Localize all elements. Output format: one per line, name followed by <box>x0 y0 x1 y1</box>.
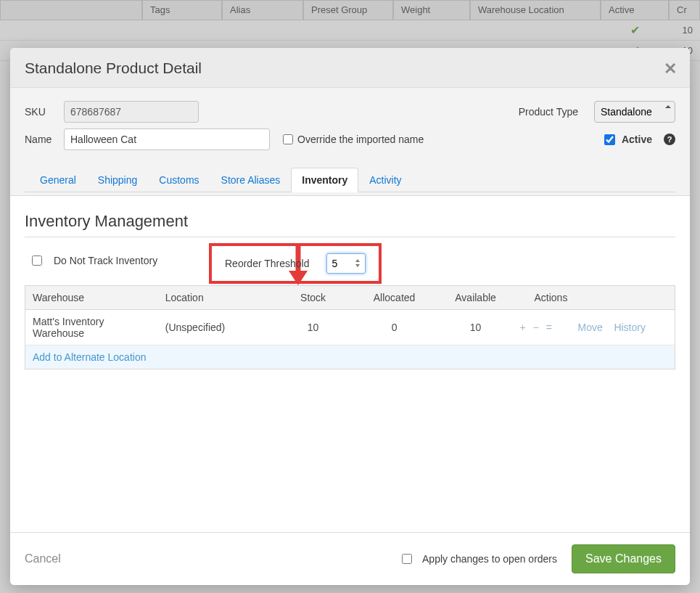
reorder-threshold-group: Reorder Threshold <box>209 243 382 284</box>
cell-warehouse: Matt's Inventory Warehouse <box>25 310 158 345</box>
equal-icon[interactable]: = <box>546 322 559 333</box>
spinner-icon[interactable] <box>355 255 363 271</box>
sku-input[interactable] <box>64 101 199 123</box>
product-type-select[interactable]: Standalone <box>594 101 675 123</box>
close-icon[interactable]: ✕ <box>664 60 677 78</box>
name-label: Name <box>25 134 57 145</box>
cancel-button[interactable]: Cancel <box>25 552 61 565</box>
cell-stock: 10 <box>276 310 350 345</box>
override-name-checkbox[interactable] <box>283 134 293 144</box>
active-checkbox[interactable] <box>604 134 615 145</box>
cell-actions: +−= Move History <box>512 310 675 345</box>
modal-header: Standalone Product Detail ✕ <box>10 48 690 88</box>
cell-location: (Unspecified) <box>158 310 276 345</box>
apply-open-orders-label: Apply changes to open orders <box>422 553 557 565</box>
modal-footer: Cancel Apply changes to open orders Save… <box>10 532 690 585</box>
inventory-options-row: Do Not Track Inventory Reorder Threshold <box>25 249 675 272</box>
name-input[interactable] <box>64 128 270 150</box>
modal-body: SKU Product Type Standalone Name Overri <box>10 88 690 532</box>
th-available: Available <box>439 286 513 310</box>
tab-inventory[interactable]: Inventory <box>291 168 358 192</box>
th-allocated: Allocated <box>350 286 438 310</box>
section-title: Inventory Management <box>25 212 675 237</box>
add-alternate-location-row[interactable]: Add to Alternate Location <box>25 345 675 369</box>
th-actions: Actions <box>512 286 675 310</box>
inventory-table: Warehouse Location Stock Allocated Avail… <box>25 285 675 369</box>
sku-label: SKU <box>25 106 57 118</box>
tab-shipping[interactable]: Shipping <box>87 168 149 192</box>
tab-customs[interactable]: Customs <box>148 168 210 192</box>
help-icon[interactable]: ? <box>664 134 675 145</box>
th-warehouse: Warehouse <box>25 286 158 310</box>
tab-general[interactable]: General <box>29 168 87 192</box>
tab-store-aliases[interactable]: Store Aliases <box>210 168 292 192</box>
do-not-track-checkbox[interactable] <box>32 255 42 266</box>
do-not-track-label: Do Not Track Inventory <box>54 255 157 266</box>
history-link[interactable]: History <box>614 322 646 333</box>
add-alternate-location-label: Add to Alternate Location <box>25 345 675 369</box>
product-detail-modal: Standalone Product Detail ✕ SKU Product … <box>10 48 690 585</box>
th-location: Location <box>158 286 276 310</box>
save-changes-button[interactable]: Save Changes <box>572 544 675 573</box>
move-link[interactable]: Move <box>578 322 603 333</box>
active-label: Active <box>622 134 652 145</box>
form-upper: SKU Product Type Standalone Name Overri <box>10 88 690 196</box>
modal-title: Standalone Product Detail <box>25 60 202 77</box>
tab-activity[interactable]: Activity <box>358 168 412 192</box>
th-stock: Stock <box>276 286 350 310</box>
tabs: General Shipping Customs Store Aliases I… <box>25 168 675 192</box>
override-name-label: Override the imported name <box>297 134 424 145</box>
table-row: Matt's Inventory Warehouse (Unspecified)… <box>25 310 675 345</box>
minus-icon[interactable]: − <box>533 322 546 333</box>
cell-available: 10 <box>439 310 513 345</box>
reorder-threshold-label: Reorder Threshold <box>225 258 309 269</box>
cell-allocated: 0 <box>350 310 438 345</box>
inventory-section: Inventory Management Do Not Track Invent… <box>10 196 690 369</box>
plus-icon[interactable]: + <box>519 322 532 333</box>
product-type-label: Product Type <box>519 106 578 118</box>
apply-open-orders-checkbox[interactable] <box>402 554 412 564</box>
